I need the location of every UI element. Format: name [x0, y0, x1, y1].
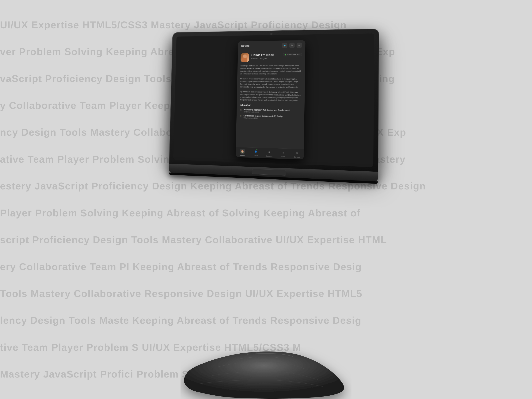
education-text-1: Bachelor's Degree in Web Design and Deve… — [244, 109, 301, 114]
bg-watermark-row: Player Problem Solving Keeping Abreast o… — [0, 207, 532, 219]
window-controls: 🐦 in ◎ — [282, 43, 302, 48]
window-title: Device — [241, 44, 250, 47]
bottom-navigation: 🏠 Home 👤 About ⊞ Projects — [236, 147, 304, 159]
education-item-1: 🎓 Bachelor's Degree in Web Design and De… — [240, 108, 301, 114]
window-titlebar: Device 🐦 in ◎ — [238, 40, 305, 51]
nav-item-contact[interactable]: ✉ Contact — [290, 150, 304, 158]
education-section: Education 🎓 Bachelor's Degree in Web Des… — [239, 104, 301, 120]
camera-notch — [270, 33, 272, 35]
laptop-screen: Device 🐦 in ◎ — [173, 33, 374, 167]
bg-watermark-row: script Proficiency Design Tools Mastery … — [0, 234, 532, 246]
app-screen: Device 🐦 in ◎ — [173, 33, 374, 167]
education-text-2: Certification in User Experience (UX) De… — [243, 114, 301, 120]
projects-icon: ⊞ — [267, 150, 272, 155]
laptop-trackpad — [252, 169, 286, 176]
bg-watermark-row: UI/UX Expertise HTML5/CSS3 Mastery JavaS… — [0, 19, 532, 31]
available-dot — [285, 54, 286, 55]
available-badge: Available for work — [283, 53, 302, 57]
avatar — [241, 53, 249, 62]
nav-item-about[interactable]: 👤 About — [249, 149, 263, 157]
nav-item-home[interactable]: 🏠 Home — [236, 149, 249, 156]
laptop-mockup: Device 🐦 in ◎ — [169, 29, 379, 184]
nav-label-about: About — [253, 155, 258, 157]
rock-base — [180, 338, 352, 399]
instagram-button[interactable]: ◎ — [297, 43, 302, 48]
stack-icon: ⬆ — [280, 150, 285, 155]
nav-label-contact: Contact — [294, 156, 300, 158]
window-content[interactable]: Hello! I'm Noel! Product Designer Availa… — [236, 50, 305, 149]
bio-paragraph-3: My tech stack is as diverse as the web i… — [240, 90, 302, 102]
bg-watermark-row: lency Design Tools Maste Keeping Abreast… — [0, 315, 532, 326]
bio-paragraph-2: My journey in web design began with a so… — [240, 77, 302, 89]
instagram-icon: ◎ — [298, 44, 300, 47]
education-item-2: 🎓 Certification in User Experience (UX) … — [239, 114, 301, 120]
linkedin-icon: in — [291, 44, 293, 47]
profile-header: Hello! I'm Noel! Product Designer Availa… — [241, 53, 302, 62]
app-window: Device 🐦 in ◎ — [236, 40, 305, 160]
laptop-screen-bezel: Device 🐦 in ◎ — [169, 29, 379, 172]
linkedin-button[interactable]: in — [289, 43, 294, 48]
home-icon: 🏠 — [240, 149, 245, 154]
education-title: Education — [240, 104, 301, 107]
bg-watermark-row: estery JavaScript Proficiency Design Kee… — [0, 180, 532, 192]
available-text: Available for work — [287, 54, 300, 56]
laptop-body: Device 🐦 in ◎ — [169, 29, 379, 184]
about-nav-dot — [256, 149, 257, 150]
nav-item-stack[interactable]: ⬆ Stack — [276, 150, 290, 158]
education-icon-1: 🎓 — [240, 109, 242, 111]
avatar-image — [241, 53, 249, 62]
nav-label-stack: Stack — [281, 156, 285, 158]
bg-watermark-row: ery Collaborative Team Pl Keeping Abreas… — [0, 261, 532, 272]
twitter-icon: 🐦 — [284, 44, 286, 47]
education-icon-2: 🎓 — [239, 115, 242, 117]
bio-paragraph-1: Greetings! I'm Noel, and I thrive in the… — [240, 64, 302, 75]
nav-label-home: Home — [240, 154, 245, 156]
nav-item-projects[interactable]: ⊞ Projects — [262, 150, 276, 158]
nav-label-projects: Projects — [266, 155, 272, 157]
profile-role: Product Designer — [251, 57, 302, 60]
bg-watermark-row: Tools Mastery Collaborative Responsive D… — [0, 288, 532, 299]
contact-icon: ✉ — [294, 151, 299, 156]
twitter-button[interactable]: 🐦 — [282, 43, 287, 48]
about-icon: 👤 — [253, 149, 258, 154]
